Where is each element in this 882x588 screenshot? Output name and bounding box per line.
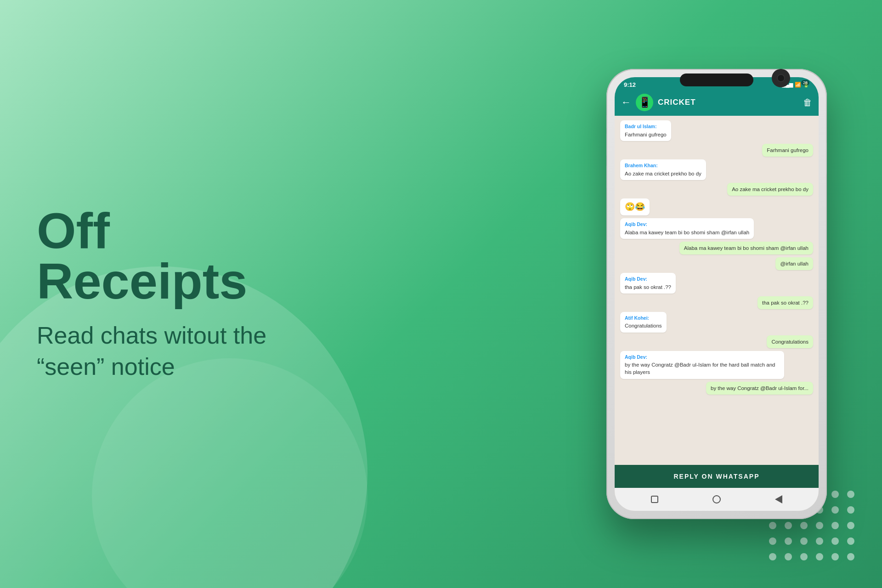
group-avatar: 📱 bbox=[636, 94, 653, 111]
main-title: Off Receipts bbox=[37, 205, 303, 306]
dot bbox=[800, 522, 808, 529]
message-sender: Aqib Dev: bbox=[625, 221, 749, 228]
message-bubble: Aqib Dev: by the way Congratz @Badr ul-I… bbox=[620, 351, 784, 379]
message-text: Congratulations bbox=[625, 323, 662, 328]
dot bbox=[800, 537, 808, 545]
front-camera bbox=[772, 69, 790, 87]
message-bubble: tha pak so okrat .?? bbox=[758, 296, 813, 309]
message-sender: Aqib Dev: bbox=[625, 354, 780, 361]
message-bubble: Farhmani gufrego bbox=[762, 144, 813, 157]
message-bubble: by the way Congratz @Badr ul-Islam for..… bbox=[706, 382, 813, 395]
phone-mockup: 9:12 ▂▄▆ 📶 🔋 28 ← 📱 CRICKET 🗑 bbox=[606, 69, 827, 519]
whatsapp-logo-icon: 📱 bbox=[639, 96, 651, 108]
dot bbox=[847, 537, 854, 545]
message-bubble: Ao zake ma cricket prekho bo dy bbox=[727, 183, 813, 196]
dot bbox=[831, 553, 839, 560]
phone-notch bbox=[680, 74, 753, 86]
camera-lens bbox=[777, 74, 785, 82]
phone-speaker bbox=[698, 80, 735, 84]
message-bubble: Alaba ma kawey team bi bo shomi sham @ir… bbox=[679, 242, 813, 254]
phone-body: 9:12 ▂▄▆ 📶 🔋 28 ← 📱 CRICKET 🗑 bbox=[606, 69, 827, 519]
phone-navigation-bar bbox=[615, 488, 819, 511]
notification-badge: 28 bbox=[801, 80, 809, 85]
subtitle: Read chats witout the “seen” notice bbox=[37, 320, 303, 382]
group-name: CRICKET bbox=[658, 98, 798, 107]
message-text: Congratulations bbox=[771, 339, 808, 345]
volume-up-button bbox=[606, 133, 607, 156]
dot bbox=[847, 522, 854, 529]
message-bubble: Badr ul Islam: Farhmani gufrego bbox=[620, 120, 671, 141]
dot bbox=[847, 553, 854, 560]
message-bubble: @irfan ullah bbox=[775, 257, 813, 270]
message-sender: Atif Kohei: bbox=[625, 315, 662, 322]
back-icon bbox=[775, 495, 782, 503]
volume-down-button bbox=[606, 165, 607, 188]
message-bubble: Aqib Dev: Alaba ma kawey team bi bo shom… bbox=[620, 218, 754, 239]
dot bbox=[831, 537, 839, 545]
whatsapp-header: ← 📱 CRICKET 🗑 bbox=[615, 90, 819, 116]
dot bbox=[785, 553, 792, 560]
message-bubble: Aqib Dev: tha pak so okrat .?? bbox=[620, 273, 676, 294]
message-text: Ao zake ma cricket prekho bo dy bbox=[732, 187, 808, 192]
message-text: Alaba ma kawey team bi bo shomi sham @ir… bbox=[684, 245, 808, 251]
message-text: tha pak so okrat .?? bbox=[762, 300, 808, 305]
home-icon bbox=[712, 495, 721, 503]
wifi-icon: 📶 bbox=[795, 82, 801, 88]
message-bubble: Brahem Khan: Ao zake ma cricket prekho b… bbox=[620, 159, 706, 180]
message-emoji: 🙄😂 bbox=[625, 202, 645, 211]
message-text: Farhmani gufrego bbox=[767, 147, 808, 153]
message-text: @irfan ullah bbox=[780, 261, 808, 266]
bottom-action-bar[interactable]: REPLY ON WHATSAPP bbox=[615, 465, 819, 488]
message-text: Alaba ma kawey team bi bo shomi sham @ir… bbox=[625, 230, 749, 235]
dot bbox=[816, 537, 823, 545]
dot bbox=[785, 537, 792, 545]
message-text: tha pak so okrat .?? bbox=[625, 284, 671, 290]
dot bbox=[769, 553, 776, 560]
dot bbox=[769, 522, 776, 529]
more-options-icon[interactable]: 🗑 bbox=[803, 97, 812, 108]
message-sender: Badr ul Islam: bbox=[625, 123, 667, 130]
dot bbox=[800, 553, 808, 560]
dot bbox=[831, 506, 839, 514]
message-text: by the way Congratz @Badr ul-Islam for t… bbox=[625, 362, 775, 375]
left-panel: Off Receipts Read chats witout the “seen… bbox=[37, 205, 303, 382]
dot bbox=[785, 522, 792, 529]
message-bubble: Congratulations bbox=[767, 335, 813, 348]
phone-screen: 9:12 ▂▄▆ 📶 🔋 28 ← 📱 CRICKET 🗑 bbox=[615, 77, 819, 511]
nav-recent-apps[interactable] bbox=[649, 494, 660, 505]
power-button bbox=[826, 142, 827, 175]
message-sender: Brahem Khan: bbox=[625, 162, 701, 169]
dot bbox=[831, 491, 839, 498]
dot bbox=[847, 506, 854, 514]
message-sender: Aqib Dev: bbox=[625, 276, 671, 283]
nav-home[interactable] bbox=[711, 494, 722, 505]
message-bubble: Atif Kohei: Congratulations bbox=[620, 312, 667, 333]
nav-back[interactable] bbox=[773, 494, 784, 505]
recent-apps-icon bbox=[651, 496, 658, 503]
dot bbox=[816, 553, 823, 560]
chat-area: Badr ul Islam: Farhmani gufrego Farhmani… bbox=[615, 116, 819, 465]
dot bbox=[816, 522, 823, 529]
reply-on-whatsapp-button[interactable]: REPLY ON WHATSAPP bbox=[674, 473, 760, 480]
message-text: Farhmani gufrego bbox=[625, 132, 667, 137]
silent-switch bbox=[606, 115, 607, 129]
message-bubble: 🙄😂 bbox=[620, 198, 650, 215]
dot bbox=[769, 537, 776, 545]
status-time: 9:12 bbox=[624, 81, 636, 88]
dot bbox=[831, 522, 839, 529]
message-text: by the way Congratz @Badr ul-Islam for..… bbox=[711, 385, 808, 391]
message-text: Ao zake ma cricket prekho bo dy bbox=[625, 171, 701, 176]
back-button[interactable]: ← bbox=[621, 96, 631, 108]
dot bbox=[847, 491, 854, 498]
